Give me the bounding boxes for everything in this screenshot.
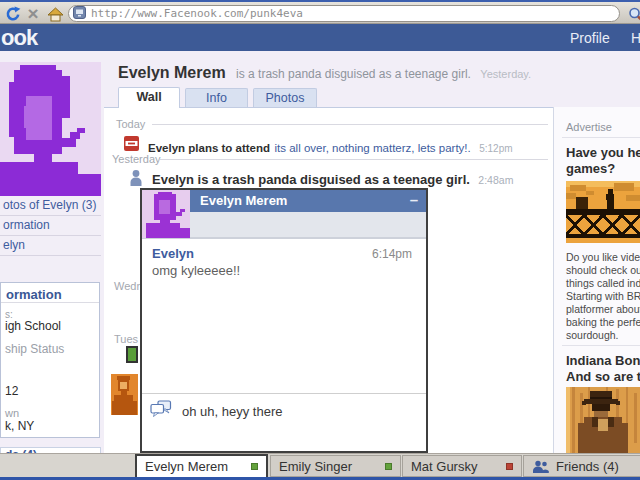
minimize-button[interactable]: –	[410, 191, 418, 208]
search-icon[interactable]	[627, 6, 640, 22]
advertise-header: Advertise	[566, 121, 612, 133]
info-row-class: 12	[5, 384, 18, 398]
post-time: 5:12pm	[479, 143, 512, 154]
ad-body-line: should check out the	[566, 264, 640, 277]
ad-title-line: games?	[566, 161, 615, 177]
ad-title-line: Indiana Bones is	[566, 353, 640, 369]
ad-image-indiana[interactable]	[566, 387, 640, 455]
chat-avatar	[142, 190, 190, 238]
chat-message-text: omg kyleeeee!!	[152, 263, 240, 278]
post-text: Evelyn is a trash panda disguised as a t…	[152, 172, 470, 187]
friends-icon	[532, 460, 549, 473]
refresh-icon[interactable]	[4, 6, 22, 22]
home-icon[interactable]	[46, 6, 64, 22]
page-title: Evelyn Merem	[118, 64, 226, 81]
ad-body-line: platformer about tim	[566, 303, 640, 316]
chat-message-time: 6:14pm	[372, 247, 412, 261]
ad-title-line: Have you heard o	[566, 145, 640, 161]
profile-status-text: is a trash panda disguised as a teenage …	[236, 67, 471, 81]
tab-info[interactable]: Info	[185, 88, 248, 108]
ad-body-line: Do you like video gam	[566, 251, 640, 264]
sidebar-link-information[interactable]: ormation	[0, 216, 101, 236]
profile-picture[interactable]	[0, 62, 101, 196]
browser-toolbar: × http://www.Facenook.com/punk4eva	[0, 0, 640, 24]
info-row-relationship: ship Status	[5, 342, 64, 356]
chat-window: Evelyn Merem – Evelyn 6:14pm omg kyleeee…	[140, 188, 428, 453]
information-box: ormation s: igh School ship Status 12 wn…	[0, 282, 100, 438]
site-favicon	[73, 5, 86, 22]
feed-day-tuesday: Tues	[114, 333, 138, 345]
chat-sender-name: Evelyn	[152, 246, 194, 261]
nav-home-link[interactable]: H	[631, 30, 640, 46]
tab-photos[interactable]: Photos	[253, 88, 317, 108]
info-row-hometown: wn	[5, 407, 19, 419]
ad-body-line: Starting with BREAD	[566, 290, 640, 303]
url-bar[interactable]: http://www.Facenook.com/punk4eva	[68, 5, 620, 22]
nav-profile-link[interactable]: Profile	[570, 30, 610, 46]
divider	[562, 137, 640, 138]
chat-tab-label: Friends (4)	[556, 459, 619, 474]
feed-day-yesterday: Yesterday	[112, 153, 161, 165]
person-icon	[129, 169, 143, 190]
chat-tab-label: Mat Gursky	[411, 459, 477, 474]
url-text: http://www.Facenook.com/punk4eva	[91, 7, 303, 20]
sidebar-link-photos[interactable]: otos of Evelyn (3)	[0, 196, 101, 216]
divider	[160, 159, 548, 160]
profile-status-time: Yesterday.	[480, 68, 531, 80]
info-row-school: igh School	[5, 319, 61, 333]
chat-input-area[interactable]: oh uh, heyy there	[142, 394, 426, 451]
profile-header: Evelyn Merem is a trash panda disguised …	[118, 64, 638, 82]
chat-tab-evelyn-merem[interactable]: Evelyn Merem	[135, 454, 268, 477]
sidebar-link-evelyn[interactable]: elyn	[0, 236, 101, 256]
info-row-city: k, NY	[5, 419, 34, 433]
status-busy-icon	[506, 463, 513, 470]
divider	[1, 302, 100, 303]
chat-tab-friends[interactable]: Friends (4)	[523, 455, 640, 477]
chat-tab-label: Emily Singer	[279, 459, 352, 474]
chat-tab-mat-gursky[interactable]: Mat Gursky	[402, 455, 522, 477]
ad-body-line: baking the perfect	[566, 316, 640, 329]
post-text: Evelyn plans to attend	[148, 142, 270, 154]
divider	[562, 345, 640, 346]
stop-icon[interactable]: ×	[24, 6, 42, 22]
information-box-title: ormation	[6, 287, 62, 302]
ad-title-line: And so are the sn	[566, 369, 640, 385]
wall-post-status: Evelyn is a trash panda disguised as a t…	[152, 170, 552, 188]
site-navbar: ook Profile H	[0, 24, 640, 51]
chat-window-title: Evelyn Merem	[200, 193, 287, 208]
browser-window: × http://www.Facenook.com/punk4eva	[0, 0, 640, 480]
feed-day-wednesday: Wedn	[114, 280, 143, 292]
wall-post-gift-icon	[126, 346, 138, 363]
divider	[142, 238, 426, 239]
post-time: 2:48am	[478, 174, 513, 186]
chat-header-strip	[190, 212, 426, 238]
chat-tab-emily-singer[interactable]: Emily Singer	[270, 455, 401, 477]
friend-avatar	[111, 374, 138, 419]
ad-body-line: things called indie ga	[566, 277, 640, 290]
chat-tab-label: Evelyn Merem	[145, 459, 228, 474]
chat-bubbles-icon	[150, 400, 172, 422]
post-event-link[interactable]: its all over, nothing matterz, lets part…	[275, 142, 471, 154]
divider	[152, 124, 548, 125]
status-online-icon	[251, 463, 258, 470]
ad-image-platformer[interactable]	[566, 181, 640, 247]
ad-sidebar: Advertise Have you heard o games?	[553, 107, 640, 455]
site-logo[interactable]: ook	[1, 25, 37, 51]
ad-body-line: sourdough.	[566, 329, 619, 342]
tab-wall[interactable]: Wall	[118, 87, 180, 108]
chat-typing-message: oh uh, heyy there	[182, 404, 282, 419]
wall-post-event: Evelyn plans to attend its all over, not…	[148, 138, 552, 156]
status-online-icon	[385, 463, 392, 470]
feed-day-today: Today	[116, 118, 145, 130]
chat-bar: Evelyn Merem Emily Singer Mat Gursky Fri…	[0, 453, 640, 477]
